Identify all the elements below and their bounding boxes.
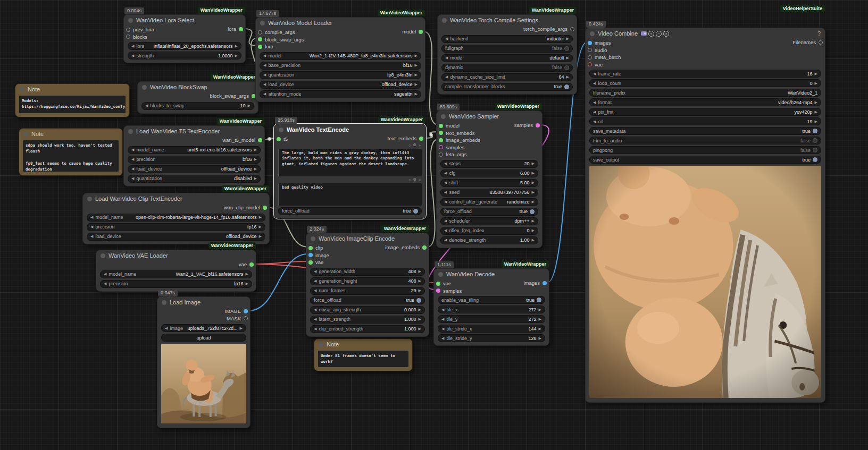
- decrement-arrow-icon[interactable]: ◀: [131, 167, 134, 171]
- widget-load_device[interactable]: ◀load_deviceoffload_device▶: [87, 233, 265, 241]
- output-port-wan_t5_model[interactable]: [258, 138, 262, 142]
- output-samples[interactable]: samples: [514, 122, 540, 129]
- node-title[interactable]: WanVideo BlockSwap: [138, 82, 258, 92]
- decrement-arrow-icon[interactable]: ◀: [165, 326, 168, 330]
- output-Filenames[interactable]: Filenames: [792, 39, 823, 46]
- input-port-vae[interactable]: [588, 62, 592, 66]
- toggle-knob[interactable]: [564, 84, 569, 89]
- widget-pix_fmt[interactable]: ◀pix_fmtyuv420p▶: [589, 108, 821, 116]
- increment-arrow-icon[interactable]: ▶: [254, 148, 257, 152]
- toggle-knob[interactable]: [813, 129, 817, 133]
- output-IMAGE[interactable]: IMAGE: [224, 308, 248, 315]
- widget-fullgraph[interactable]: fullgraphfalse: [441, 45, 573, 53]
- node-title[interactable]: WanVideo Torch Compile Settings: [438, 15, 577, 26]
- collapse-dot-icon[interactable]: [438, 272, 443, 277]
- input-blocks[interactable]: blocks: [124, 33, 245, 41]
- input-port-samples[interactable]: [439, 145, 443, 149]
- input-image_embeds[interactable]: image_embeds: [437, 137, 542, 144]
- decrement-arrow-icon[interactable]: ◀: [593, 81, 596, 86]
- positive-prompt[interactable]: The large, bald man rides a gray donkey,…: [278, 149, 422, 176]
- collapse-dot-icon[interactable]: [87, 197, 92, 201]
- output-port-vae[interactable]: [249, 262, 254, 267]
- contrast-icon[interactable]: ◑: [419, 143, 421, 147]
- collapse-dot-icon[interactable]: [162, 300, 166, 305]
- widget-frame_rate[interactable]: ◀frame_rate16▶: [589, 70, 821, 78]
- widget-quantization[interactable]: ◀quantizationdisabled▶: [128, 175, 261, 183]
- widget-model_name[interactable]: ◀model_nameWan2_1_VAE_bf16.safetensors▶: [100, 270, 252, 278]
- collapse-dot-icon[interactable]: [101, 253, 105, 258]
- increment-arrow-icon[interactable]: ▶: [419, 269, 421, 274]
- increment-arrow-icon[interactable]: ▶: [539, 317, 541, 321]
- input-feta_args[interactable]: feta_args: [437, 151, 542, 158]
- widget-dynamo_cache_size_limit[interactable]: ◀dynamo_cache_size_limit64▶: [441, 73, 573, 81]
- input-block_swap_args[interactable]: block_swap_args: [256, 36, 425, 44]
- node-title[interactable]: Video Combine?: [586, 28, 825, 39]
- input-meta_batch[interactable]: meta_batch: [586, 54, 825, 61]
- input-images[interactable]: images: [586, 39, 825, 47]
- increment-arrow-icon[interactable]: ▶: [815, 81, 817, 86]
- input-lora[interactable]: lora: [256, 43, 425, 50]
- widget-trim_to_audio[interactable]: trim_to_audiofalse: [589, 137, 821, 145]
- decrement-arrow-icon[interactable]: ◀: [314, 288, 316, 293]
- increment-arrow-icon[interactable]: ▶: [248, 104, 251, 108]
- output-port-lora[interactable]: [239, 27, 243, 31]
- increment-arrow-icon[interactable]: ▶: [419, 308, 421, 312]
- decrement-arrow-icon[interactable]: ◀: [104, 282, 106, 286]
- contrast-icon[interactable]: ◑: [419, 178, 421, 182]
- widget-backend[interactable]: ◀backendinductor▶: [441, 35, 573, 43]
- collapse-dot-icon[interactable]: [128, 18, 133, 23]
- widget-shift[interactable]: ◀shift5.00▶: [440, 179, 538, 187]
- toggle-knob[interactable]: [564, 46, 569, 51]
- input-image[interactable]: image: [306, 252, 429, 259]
- decrement-arrow-icon[interactable]: ◀: [104, 272, 106, 276]
- widget-tile_y[interactable]: ◀tile_y272▶: [438, 315, 545, 323]
- decrement-arrow-icon[interactable]: ◀: [90, 225, 93, 229]
- widget-filename_prefix[interactable]: filename_prefixWanVideo2_1: [589, 89, 821, 97]
- node-title[interactable]: Note: [19, 129, 122, 139]
- output-text_embeds[interactable]: text_embeds: [388, 135, 423, 142]
- node-text-encode[interactable]: 25.918sWanVideoWrapperWanVideo TextEncod…: [274, 124, 426, 219]
- widget-load_device[interactable]: ◀load_deviceoffload_device▶: [128, 165, 261, 173]
- output-port-text_embeds[interactable]: [419, 137, 423, 141]
- increment-arrow-icon[interactable]: ▶: [815, 110, 817, 114]
- widget-compile_transformer_blocks[interactable]: compile_transformer_blockstrue: [441, 83, 573, 91]
- input-port-text_embeds[interactable]: [439, 131, 443, 135]
- decrement-arrow-icon[interactable]: ◀: [263, 92, 266, 96]
- increment-arrow-icon[interactable]: ▶: [532, 171, 535, 175]
- widget-mode[interactable]: ◀modedefault▶: [441, 54, 573, 62]
- increment-arrow-icon[interactable]: ▶: [254, 176, 257, 181]
- input-port-audio[interactable]: [588, 48, 592, 52]
- increment-arrow-icon[interactable]: ▶: [532, 190, 535, 194]
- decrement-arrow-icon[interactable]: ◀: [444, 190, 447, 194]
- negative-prompt[interactable]: bad quality video: [278, 183, 422, 206]
- circle-icon[interactable]: ○: [408, 178, 411, 182]
- widget-cfg[interactable]: ◀cfg6.00▶: [440, 169, 538, 177]
- collapse-dot-icon[interactable]: [442, 18, 447, 23]
- input-port-vae[interactable]: [436, 282, 440, 286]
- toggle-knob[interactable]: [564, 65, 569, 70]
- input-port-clip[interactable]: [308, 246, 313, 250]
- decrement-arrow-icon[interactable]: ◀: [314, 327, 316, 331]
- widget-load_device[interactable]: ◀load_deviceoffload_device▶: [260, 81, 421, 89]
- decrement-arrow-icon[interactable]: ◀: [263, 73, 266, 77]
- input-port-block_swap_args[interactable]: [258, 37, 262, 41]
- node-torch-compile[interactable]: WanVideoWrapperWanVideo Torch Compile Se…: [437, 14, 577, 95]
- input-port-t5[interactable]: [277, 137, 281, 141]
- input-vae[interactable]: vae: [306, 259, 429, 266]
- output-port-samples[interactable]: [536, 123, 540, 128]
- widget-force_offload[interactable]: force_offloadtrue: [278, 207, 422, 215]
- output-port-Filenames[interactable]: [819, 40, 823, 45]
- decrement-arrow-icon[interactable]: ◀: [593, 100, 596, 105]
- collapse-dot-icon[interactable]: [23, 132, 28, 137]
- decrement-arrow-icon[interactable]: ◀: [441, 308, 444, 312]
- increment-arrow-icon[interactable]: ▶: [815, 100, 817, 105]
- increment-arrow-icon[interactable]: ▶: [259, 215, 262, 219]
- decrement-arrow-icon[interactable]: ◀: [445, 37, 448, 41]
- input-vae[interactable]: vae: [586, 61, 825, 69]
- widget-loop_count[interactable]: ◀loop_count0▶: [589, 79, 821, 87]
- input-port-image_embeds[interactable]: [439, 138, 443, 142]
- node-title[interactable]: Note: [15, 84, 129, 95]
- decrement-arrow-icon[interactable]: ◀: [131, 148, 134, 152]
- input-samples[interactable]: samples: [437, 144, 542, 151]
- node-title[interactable]: WanVideo Decode: [434, 269, 549, 279]
